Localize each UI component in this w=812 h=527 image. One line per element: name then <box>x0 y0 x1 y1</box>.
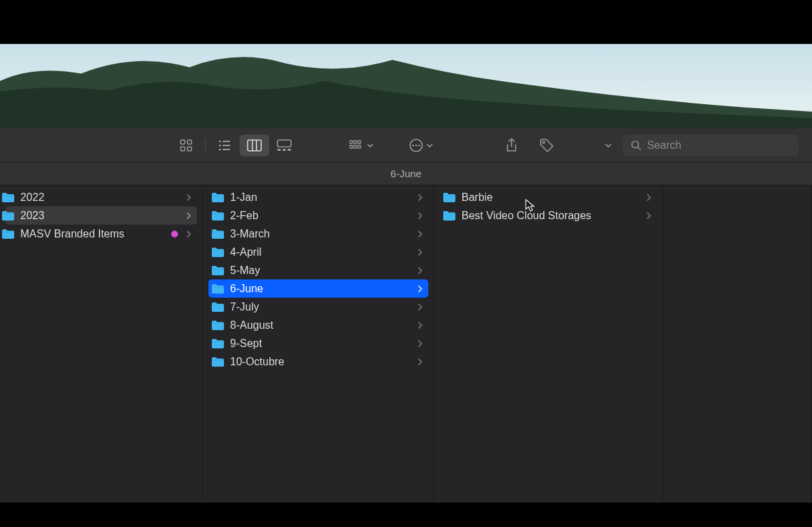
folder-item[interactable]: MASV Branded Items <box>5 225 197 243</box>
chevron-right-icon <box>186 193 191 202</box>
grid-icon <box>179 139 193 152</box>
svg-rect-5 <box>223 141 230 142</box>
chevron-right-icon <box>418 212 423 220</box>
folder-item[interactable]: 4-April <box>208 243 428 261</box>
svg-rect-13 <box>277 140 291 147</box>
chevron-right-icon <box>186 230 191 238</box>
chevron-right-icon <box>186 212 191 220</box>
svg-rect-0 <box>181 140 185 144</box>
svg-point-4 <box>219 140 221 142</box>
ellipsis-circle-icon <box>409 138 424 153</box>
folder-label: 1-Jan <box>230 191 412 204</box>
folder-icon <box>211 210 225 221</box>
folder-item[interactable]: 5-May <box>208 261 428 279</box>
more-dropdown[interactable] <box>600 143 617 147</box>
folder-item[interactable]: 3-March <box>208 225 428 243</box>
folder-item[interactable]: 7-July <box>208 298 428 316</box>
folder-icon <box>1 229 15 239</box>
column-2[interactable]: Barbie Best Video Cloud Storages <box>434 185 663 503</box>
folder-item[interactable]: 9-Sept <box>208 334 428 352</box>
folder-item[interactable]: 2-Feb <box>208 206 428 225</box>
folder-icon <box>211 302 225 313</box>
svg-point-28 <box>632 141 639 147</box>
svg-rect-15 <box>283 149 286 151</box>
share-button[interactable] <box>497 135 526 156</box>
folder-label: 6-June <box>230 283 412 295</box>
svg-rect-16 <box>288 149 291 151</box>
list-view-button[interactable] <box>210 135 240 156</box>
folder-icon <box>1 192 15 203</box>
folder-icon <box>211 265 225 276</box>
path-bar: 6-June <box>0 162 812 185</box>
gallery-icon <box>277 139 292 152</box>
tag-dot <box>171 231 178 237</box>
folder-item[interactable]: 8-August <box>208 316 428 334</box>
columns-container: 2022 2023 MASV Branded Items 1-Jan 2-Feb… <box>0 185 812 503</box>
chevron-right-icon <box>418 340 423 348</box>
svg-rect-10 <box>248 140 261 151</box>
chevron-right-icon <box>418 267 423 275</box>
chevron-right-icon <box>418 248 423 256</box>
svg-rect-21 <box>354 145 357 148</box>
current-folder-name: 6-June <box>390 168 422 179</box>
folder-label: 3-March <box>230 228 412 240</box>
icon-view-button[interactable] <box>171 135 201 156</box>
group-icon <box>349 140 364 151</box>
svg-line-29 <box>638 147 641 150</box>
mountain-silhouette <box>0 44 812 129</box>
svg-rect-19 <box>358 141 361 143</box>
column-view-button[interactable] <box>240 135 269 156</box>
chevron-right-icon <box>418 358 423 366</box>
search-field[interactable] <box>623 135 798 156</box>
folder-icon <box>211 247 225 258</box>
group-by-dropdown[interactable] <box>344 140 379 151</box>
svg-point-8 <box>219 148 221 150</box>
folder-label: Best Video Cloud Storages <box>461 210 641 222</box>
svg-rect-3 <box>187 147 191 151</box>
tags-button[interactable] <box>532 135 562 156</box>
folder-item[interactable]: 10-Octubre <box>208 352 428 371</box>
svg-rect-18 <box>354 141 357 143</box>
folder-label: 4-April <box>230 246 412 258</box>
folder-item[interactable]: Barbie <box>440 188 657 206</box>
folder-icon <box>211 320 225 331</box>
action-dropdown[interactable] <box>403 138 438 153</box>
folder-item[interactable]: 2022 <box>5 188 197 206</box>
svg-rect-22 <box>358 145 361 148</box>
folder-item[interactable]: Best Video Cloud Storages <box>440 206 657 225</box>
chevron-down-icon <box>367 143 374 147</box>
column-3[interactable] <box>663 185 812 503</box>
folder-label: 2022 <box>20 191 181 204</box>
column-1[interactable]: 1-Jan 2-Feb 3-March 4-April 5-May 6-June… <box>203 185 434 503</box>
folder-label: 2023 <box>20 210 181 222</box>
svg-point-25 <box>415 144 418 146</box>
chevron-right-icon <box>418 303 423 311</box>
folder-icon <box>211 229 225 239</box>
folder-icon <box>443 210 456 221</box>
folder-label: 7-July <box>230 301 412 313</box>
folder-icon <box>443 192 456 203</box>
desktop-wallpaper <box>0 44 812 129</box>
folder-item[interactable]: 2023 <box>5 206 197 225</box>
folder-label: 9-Sept <box>230 338 412 350</box>
search-input[interactable] <box>647 139 790 152</box>
svg-point-26 <box>418 144 420 146</box>
folder-label: MASV Branded Items <box>20 228 166 240</box>
chevron-right-icon <box>646 212 652 220</box>
chevron-right-icon <box>418 285 423 293</box>
svg-rect-7 <box>223 145 230 146</box>
chevron-right-icon <box>418 193 423 202</box>
folder-label: 10-Octubre <box>230 356 412 368</box>
finder-window: 6-June 2022 2023 MASV Branded Items 1-Ja… <box>0 129 812 503</box>
folder-icon <box>211 357 225 367</box>
gallery-view-button[interactable] <box>269 135 299 156</box>
svg-rect-1 <box>187 140 191 144</box>
folder-item[interactable]: 1-Jan <box>208 188 428 206</box>
svg-point-6 <box>219 144 221 146</box>
svg-point-27 <box>543 141 545 143</box>
column-0[interactable]: 2022 2023 MASV Branded Items <box>0 185 203 503</box>
folder-item[interactable]: 6-June <box>208 279 428 298</box>
svg-point-24 <box>412 144 414 146</box>
chevron-right-icon <box>418 230 423 238</box>
columns-icon <box>247 139 262 152</box>
